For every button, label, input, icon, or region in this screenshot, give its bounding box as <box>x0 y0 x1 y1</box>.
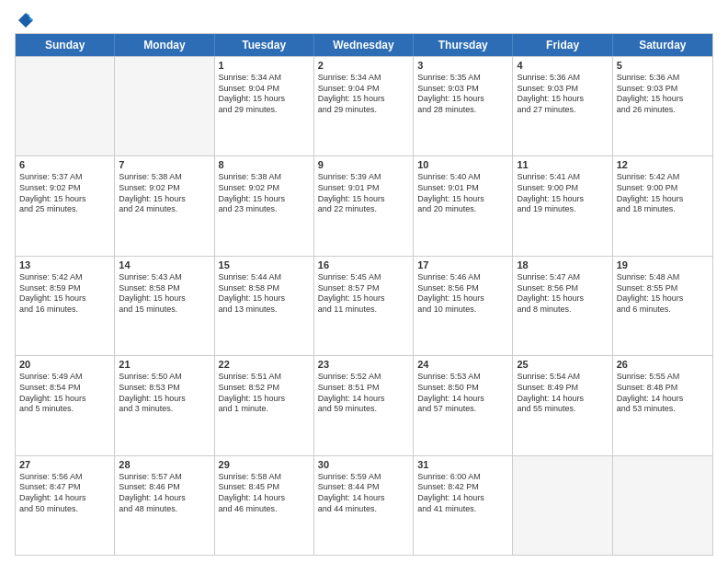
calendar-cell: 29Sunrise: 5:58 AM Sunset: 8:45 PM Dayli… <box>215 456 314 555</box>
day-number: 25 <box>517 359 608 370</box>
header-day: Thursday <box>414 34 513 56</box>
header-day: Monday <box>115 34 214 56</box>
calendar-cell <box>613 456 712 555</box>
cell-info: Sunrise: 5:58 AM Sunset: 8:45 PM Dayligh… <box>219 472 310 515</box>
calendar-cell: 2Sunrise: 5:34 AM Sunset: 9:04 PM Daylig… <box>314 57 414 155</box>
cell-info: Sunrise: 5:39 AM Sunset: 9:01 PM Dayligh… <box>318 172 409 215</box>
calendar-cell: 10Sunrise: 5:40 AM Sunset: 9:01 PM Dayli… <box>414 156 513 255</box>
calendar-header: SundayMondayTuesdayWednesdayThursdayFrid… <box>16 34 712 56</box>
day-number: 12 <box>617 159 709 170</box>
cell-info: Sunrise: 5:56 AM Sunset: 8:47 PM Dayligh… <box>19 472 110 515</box>
day-number: 7 <box>119 159 210 170</box>
cell-info: Sunrise: 5:35 AM Sunset: 9:03 PM Dayligh… <box>417 73 508 116</box>
calendar-cell: 28Sunrise: 5:57 AM Sunset: 8:46 PM Dayli… <box>115 456 214 555</box>
day-number: 21 <box>119 359 210 370</box>
day-number: 10 <box>417 159 508 170</box>
calendar-cell: 20Sunrise: 5:49 AM Sunset: 8:54 PM Dayli… <box>16 356 115 454</box>
calendar-cell: 6Sunrise: 5:37 AM Sunset: 9:02 PM Daylig… <box>16 156 115 255</box>
cell-info: Sunrise: 5:48 AM Sunset: 8:55 PM Dayligh… <box>617 272 709 316</box>
day-number: 16 <box>318 259 409 270</box>
cell-info: Sunrise: 5:37 AM Sunset: 9:02 PM Dayligh… <box>19 172 110 215</box>
cell-info: Sunrise: 5:44 AM Sunset: 8:58 PM Dayligh… <box>219 272 310 316</box>
calendar-cell: 8Sunrise: 5:38 AM Sunset: 9:02 PM Daylig… <box>215 156 314 255</box>
calendar-cell: 21Sunrise: 5:50 AM Sunset: 8:53 PM Dayli… <box>115 356 214 454</box>
day-number: 2 <box>318 60 409 71</box>
calendar-cell <box>115 57 214 155</box>
header-day: Sunday <box>16 34 115 56</box>
calendar-cell: 1Sunrise: 5:34 AM Sunset: 9:04 PM Daylig… <box>215 57 314 155</box>
calendar-body: 1Sunrise: 5:34 AM Sunset: 9:04 PM Daylig… <box>16 56 712 555</box>
calendar: SundayMondayTuesdayWednesdayThursdayFrid… <box>15 33 713 556</box>
cell-info: Sunrise: 5:51 AM Sunset: 8:52 PM Dayligh… <box>219 372 310 415</box>
day-number: 13 <box>19 259 110 270</box>
calendar-cell: 14Sunrise: 5:43 AM Sunset: 8:58 PM Dayli… <box>115 257 214 355</box>
day-number: 19 <box>617 259 709 270</box>
day-number: 14 <box>119 259 210 270</box>
calendar-cell: 18Sunrise: 5:47 AM Sunset: 8:56 PM Dayli… <box>513 257 612 355</box>
calendar-cell: 27Sunrise: 5:56 AM Sunset: 8:47 PM Dayli… <box>16 456 115 555</box>
cell-info: Sunrise: 5:49 AM Sunset: 8:54 PM Dayligh… <box>19 372 110 415</box>
day-number: 5 <box>617 60 709 71</box>
cell-info: Sunrise: 5:46 AM Sunset: 8:56 PM Dayligh… <box>417 272 508 316</box>
cell-info: Sunrise: 5:34 AM Sunset: 9:04 PM Dayligh… <box>318 73 409 116</box>
day-number: 1 <box>219 60 310 71</box>
cell-info: Sunrise: 5:42 AM Sunset: 9:00 PM Dayligh… <box>617 172 709 215</box>
header-day: Friday <box>513 34 612 56</box>
day-number: 27 <box>19 459 110 470</box>
cell-info: Sunrise: 5:38 AM Sunset: 9:02 PM Dayligh… <box>119 172 210 215</box>
calendar-cell: 19Sunrise: 5:48 AM Sunset: 8:55 PM Dayli… <box>613 257 712 355</box>
calendar-cell: 23Sunrise: 5:52 AM Sunset: 8:51 PM Dayli… <box>314 356 414 454</box>
cell-info: Sunrise: 5:53 AM Sunset: 8:50 PM Dayligh… <box>417 372 508 415</box>
day-number: 6 <box>19 159 110 170</box>
cell-info: Sunrise: 5:52 AM Sunset: 8:51 PM Dayligh… <box>318 372 409 415</box>
calendar-cell: 17Sunrise: 5:46 AM Sunset: 8:56 PM Dayli… <box>414 257 513 355</box>
calendar-cell: 16Sunrise: 5:45 AM Sunset: 8:57 PM Dayli… <box>314 257 414 355</box>
cell-info: Sunrise: 5:55 AM Sunset: 8:48 PM Dayligh… <box>617 372 709 415</box>
cell-info: Sunrise: 5:59 AM Sunset: 8:44 PM Dayligh… <box>318 472 409 515</box>
calendar-row: 27Sunrise: 5:56 AM Sunset: 8:47 PM Dayli… <box>16 455 712 555</box>
calendar-cell: 9Sunrise: 5:39 AM Sunset: 9:01 PM Daylig… <box>314 156 414 255</box>
cell-info: Sunrise: 5:36 AM Sunset: 9:03 PM Dayligh… <box>617 73 709 116</box>
cell-info: Sunrise: 5:45 AM Sunset: 8:57 PM Dayligh… <box>318 272 409 316</box>
cell-info: Sunrise: 5:34 AM Sunset: 9:04 PM Dayligh… <box>219 73 310 116</box>
calendar-row: 13Sunrise: 5:42 AM Sunset: 8:59 PM Dayli… <box>16 256 712 355</box>
logo-icon <box>17 11 35 29</box>
day-number: 24 <box>417 359 508 370</box>
cell-info: Sunrise: 5:47 AM Sunset: 8:56 PM Dayligh… <box>517 272 608 316</box>
calendar-cell: 15Sunrise: 5:44 AM Sunset: 8:58 PM Dayli… <box>215 257 314 355</box>
header-day: Wednesday <box>314 34 414 56</box>
day-number: 29 <box>219 459 310 470</box>
calendar-row: 1Sunrise: 5:34 AM Sunset: 9:04 PM Daylig… <box>16 56 712 155</box>
calendar-row: 20Sunrise: 5:49 AM Sunset: 8:54 PM Dayli… <box>16 355 712 454</box>
day-number: 3 <box>417 60 508 71</box>
calendar-cell: 26Sunrise: 5:55 AM Sunset: 8:48 PM Dayli… <box>613 356 712 454</box>
logo <box>15 11 35 26</box>
day-number: 11 <box>517 159 608 170</box>
calendar-cell <box>16 57 115 155</box>
calendar-cell: 7Sunrise: 5:38 AM Sunset: 9:02 PM Daylig… <box>115 156 214 255</box>
calendar-cell: 5Sunrise: 5:36 AM Sunset: 9:03 PM Daylig… <box>613 57 712 155</box>
header-day: Tuesday <box>215 34 314 56</box>
calendar-row: 6Sunrise: 5:37 AM Sunset: 9:02 PM Daylig… <box>16 155 712 255</box>
cell-info: Sunrise: 5:57 AM Sunset: 8:46 PM Dayligh… <box>119 472 210 515</box>
logo-text <box>15 11 35 29</box>
cell-info: Sunrise: 5:41 AM Sunset: 9:00 PM Dayligh… <box>517 172 608 215</box>
cell-info: Sunrise: 5:50 AM Sunset: 8:53 PM Dayligh… <box>119 372 210 415</box>
page: SundayMondayTuesdayWednesdayThursdayFrid… <box>0 0 728 563</box>
calendar-cell: 31Sunrise: 6:00 AM Sunset: 8:42 PM Dayli… <box>414 456 513 555</box>
day-number: 23 <box>318 359 409 370</box>
cell-info: Sunrise: 5:36 AM Sunset: 9:03 PM Dayligh… <box>517 73 608 116</box>
header <box>15 11 713 26</box>
calendar-cell: 3Sunrise: 5:35 AM Sunset: 9:03 PM Daylig… <box>414 57 513 155</box>
cell-info: Sunrise: 5:54 AM Sunset: 8:49 PM Dayligh… <box>517 372 608 415</box>
calendar-cell: 25Sunrise: 5:54 AM Sunset: 8:49 PM Dayli… <box>513 356 612 454</box>
calendar-cell: 30Sunrise: 5:59 AM Sunset: 8:44 PM Dayli… <box>314 456 414 555</box>
calendar-cell: 12Sunrise: 5:42 AM Sunset: 9:00 PM Dayli… <box>613 156 712 255</box>
cell-info: Sunrise: 5:42 AM Sunset: 8:59 PM Dayligh… <box>19 272 110 316</box>
cell-info: Sunrise: 5:43 AM Sunset: 8:58 PM Dayligh… <box>119 272 210 316</box>
day-number: 17 <box>417 259 508 270</box>
cell-info: Sunrise: 5:40 AM Sunset: 9:01 PM Dayligh… <box>417 172 508 215</box>
day-number: 15 <box>219 259 310 270</box>
header-day: Saturday <box>613 34 712 56</box>
day-number: 9 <box>318 159 409 170</box>
